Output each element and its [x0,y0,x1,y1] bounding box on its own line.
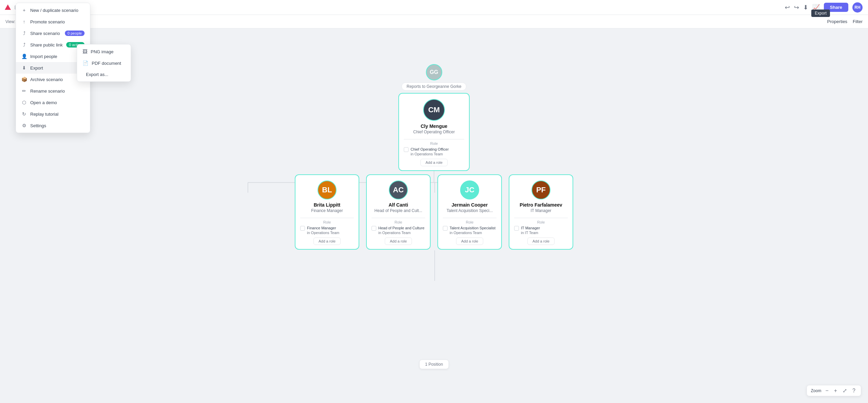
brita-add-role-button[interactable]: Add a role [313,237,341,245]
root-avatar: CM [423,99,445,121]
promote-label: Promote scenario [30,19,65,24]
alf-title: Head of People and Cult... [375,208,422,213]
root-name: Cly Mengue [421,123,448,129]
root-card: CM Cly Mengue Chief Operating Officer Ro… [398,93,470,171]
pietro-add-role-button[interactable]: Add a role [527,237,555,245]
root-role-text: Chief Operating Officer in Operations Te… [411,147,449,156]
export-icon: ⬇ [21,65,27,71]
undo-button[interactable]: ↩ [785,4,790,11]
tab-properties[interactable]: Properties [827,19,847,24]
brita-checkbox[interactable] [300,226,305,231]
menu-item-settings[interactable]: ⚙ Settings [16,120,90,131]
brita-title: Finance Manager [311,208,343,213]
zoom-label: Zoom [811,388,821,393]
menu-item-share-scenario[interactable]: ⤴ Share scenario 0 people [16,27,90,39]
georgeanne-avatar: GG [426,64,442,80]
root-role-label: Role [430,141,438,146]
reports-to-section: GG Reports to Georgeanne Gorke [401,64,466,93]
rename-label: Rename scenario [30,89,65,94]
zoom-out-button[interactable]: − [824,388,830,394]
share-scenario-icon: ⤴ [21,31,27,36]
pdf-icon: 📄 [83,60,88,66]
secondary-right-tabs: Properties Filter [827,19,863,24]
download-button[interactable]: ⬇ [803,4,808,11]
promote-icon: ↑ [21,19,27,24]
submenu-export-as[interactable]: Export as... [77,69,131,80]
app-logo [4,4,12,11]
pietro-avatar: PF [531,180,550,199]
card-jermain: JC Jermain Cooper Talent Acquisition Spe… [437,174,502,250]
export-label-menu: Export [30,65,43,71]
share-link-icon: ⤴ [21,42,27,47]
root-card-wrapper: CM Cly Mengue Chief Operating Officer Ro… [398,93,470,171]
reports-to-bubble: Reports to Georgeanne Gorke [401,82,466,91]
menu-item-rename[interactable]: ✏ Rename scenario [16,85,90,97]
brita-avatar: BL [318,180,337,199]
root-role-item: Chief Operating Officer in Operations Te… [404,147,464,156]
alf-name: Alf Canti [388,202,408,208]
pietro-title: IT Manager [530,208,551,213]
demo-icon: ⬡ [21,100,27,105]
brita-name: Brita Lippitt [314,202,341,208]
jermain-name: Jermain Cooper [452,202,488,208]
pdf-label: PDF document [92,61,121,66]
rename-icon: ✏ [21,88,27,94]
new-duplicate-label: New / duplicate scenario [30,8,78,13]
jermain-checkbox[interactable] [443,226,448,231]
canvas: GG Reports to Georgeanne Gorke CM Cly Me… [0,28,868,403]
secondary-bar: View: Org Properties Filter [0,15,868,28]
share-scenario-label: Share scenario [30,31,60,36]
export-as-label: Export as... [86,72,108,77]
card-pietro: PF Pietro Farfalameev IT Manager Role IT… [509,174,573,250]
submenu-pdf[interactable]: 📄 PDF document [77,57,131,69]
export-tooltip: Export [811,9,830,17]
replay-icon: ↻ [21,111,27,117]
menu-item-promote[interactable]: ↑ Promote scenario [16,16,90,27]
menu-item-replay[interactable]: ↻ Replay tutorial [16,108,90,120]
import-icon: 👤 [21,54,27,59]
pietro-name: Pietro Farfalameev [520,202,562,208]
position-card: 1 Position [419,360,449,369]
root-role-value: Chief Operating Officer [411,147,449,152]
svg-marker-0 [5,4,11,10]
root-role-team: in Operations Team [411,152,449,156]
card-brita: BL Brita Lippitt Finance Manager Role Fi… [295,174,359,250]
zoom-bar: Zoom − + ⤢ ? [807,385,861,396]
jermain-add-role-button[interactable]: Add a role [456,237,483,245]
root-add-role-button[interactable]: Add a role [420,159,448,166]
submenu: 🖼 PNG image 📄 PDF document Export as... [77,44,131,82]
zoom-help-button[interactable]: ? [851,388,857,394]
demo-label: Open a demo [30,100,57,105]
replay-label: Replay tutorial [30,112,58,117]
children-row: BL Brita Lippitt Finance Manager Role Fi… [295,174,573,250]
settings-label: Settings [30,123,46,128]
share-scenario-badge: 0 people [65,31,85,36]
jermain-avatar: JC [460,180,479,199]
alf-checkbox[interactable] [372,226,376,231]
menu-item-new-duplicate[interactable]: + New / duplicate scenario [16,4,90,16]
user-avatar[interactable]: RH [852,2,863,13]
import-label: Import people [30,54,57,59]
menu-item-open-demo[interactable]: ⬡ Open a demo [16,97,90,108]
png-label: PNG image [91,49,113,54]
card-alf: AC Alf Canti Head of People and Cult... … [366,174,431,250]
root-divider [404,139,464,139]
redo-button[interactable]: ↪ [794,4,799,11]
zoom-in-button[interactable]: + [833,388,838,394]
archive-label: Archive scenario [30,77,63,82]
alf-avatar: AC [389,180,408,199]
pietro-checkbox[interactable] [514,226,519,231]
zoom-expand-button[interactable]: ⤢ [841,387,848,394]
topbar: ⊞ Export ▾ 💾 Online ↩ ↪ ⬇ 📈 Share RH [0,0,868,15]
submenu-png[interactable]: 🖼 PNG image [77,46,131,57]
jermain-title: Talent Acquisition Speci... [447,208,493,213]
root-checkbox[interactable] [404,147,409,152]
share-link-label: Share public link [30,42,62,47]
root-title: Chief Operating Officer [413,130,455,134]
tab-filter[interactable]: Filter [853,19,863,24]
settings-icon: ⚙ [21,123,27,128]
new-icon: + [21,7,27,13]
alf-add-role-button[interactable]: Add a role [385,237,412,245]
png-icon: 🖼 [83,49,87,54]
archive-icon: 📦 [21,77,27,82]
